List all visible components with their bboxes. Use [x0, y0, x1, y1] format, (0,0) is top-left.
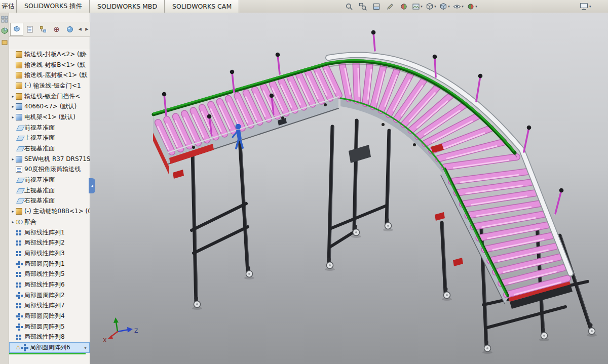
tree-item-label: 上视基准面 [24, 186, 55, 195]
zoom-area-icon [359, 3, 367, 11]
displaymanager-icon [66, 25, 74, 33]
tree-item[interactable]: 局部线性阵列8 [9, 332, 90, 343]
tree-item-label: 输送线-底封板<1> (默 [24, 71, 88, 79]
panel-tabs-prev-button[interactable]: ◀ [77, 24, 84, 35]
tree-item-label: (-) 输送线-钣金门<1 [24, 82, 81, 90]
tree-item[interactable]: 前视基准面 [9, 175, 90, 185]
tree-item-label: 局部圆周阵列5 [24, 322, 65, 331]
part-icon [16, 51, 22, 58]
tree-item[interactable]: 局部线性阵列1 [9, 227, 90, 238]
dropdown-caret-icon: ▾ [589, 5, 591, 8]
tree-item-label: 局部圆周阵列6 [30, 343, 70, 352]
expand-arrow-icon[interactable]: ▸ [10, 94, 16, 99]
tree-item[interactable]: 局部圆周阵列2 [9, 290, 90, 301]
expand-arrow-icon[interactable]: ▸ [10, 220, 16, 224]
tree-item-label: 右视基准面 [24, 144, 55, 153]
part-icon [16, 72, 22, 78]
plane-icon [16, 145, 22, 152]
tree-item[interactable]: 90度拐角滚筒输送线 [9, 165, 90, 175]
assembly-cube-icon[interactable] [1, 27, 8, 34]
part2-icon [16, 103, 22, 110]
tree-item-label: 90度拐角滚筒输送线 [24, 165, 81, 174]
tab-label: 评估 [2, 2, 15, 11]
tab-solidworks-addins[interactable]: SOLIDWORKS 插件 [17, 0, 90, 13]
tree-item[interactable]: ▸(-) 主动链轮08B<1> (0 [9, 206, 90, 217]
edit-appearance-button[interactable]: ▾ [466, 1, 478, 12]
tree-item[interactable]: ▸输送线-钣金门挡件< [9, 91, 90, 102]
tree-item[interactable]: 右视基准面 [9, 143, 90, 154]
dropdown-caret-icon: ▾ [434, 5, 436, 8]
configurationmanager-tab[interactable] [36, 23, 50, 36]
tree-item[interactable]: 上视基准面 [9, 185, 90, 196]
tree-item[interactable]: 右视基准面 [9, 196, 90, 207]
zoom-area-button[interactable] [356, 1, 369, 12]
tree-item[interactable]: 输送线-封板B<1> (默 [9, 60, 90, 70]
panel-tabs-next-button[interactable]: ▶ [83, 24, 90, 35]
command-grid-icon[interactable] [1, 16, 8, 23]
tab-evaluate[interactable]: 评估 [0, 0, 17, 13]
configurationmanager-icon [39, 25, 47, 33]
tree-item[interactable]: 输送线-封板A<2> (默 [9, 49, 90, 60]
part-block-icon[interactable] [1, 39, 8, 46]
tree-item-label: 40660<7> (默认) [24, 102, 77, 111]
tree-item[interactable]: (-) 输送线-钣金门<1 [9, 80, 90, 91]
display-style-button[interactable]: ▾ [438, 1, 451, 12]
tab-solidworks-mbd[interactable]: SOLIDWORKS MBD [90, 0, 165, 13]
part2-icon [16, 156, 22, 163]
graphics-viewport[interactable]: ZX [90, 13, 608, 364]
propertymanager-tab[interactable] [23, 23, 36, 36]
expand-arrow-icon[interactable]: ▸ [10, 157, 16, 161]
section-view-button[interactable] [370, 1, 383, 12]
displaymanager-tab[interactable] [63, 23, 77, 36]
dimxpertmanager-tab[interactable]: ⊕ [50, 23, 63, 36]
expand-arrow-icon[interactable]: ▸ [10, 115, 16, 119]
tree-item[interactable]: 局部线性阵列7 [9, 301, 90, 311]
plane-icon [16, 125, 22, 131]
tree-item[interactable]: ▸电机架<1> (默认) [9, 112, 90, 123]
tree-item[interactable]: 局部圆周阵列5 [9, 321, 90, 332]
expand-arrow-icon[interactable]: ▸ [10, 104, 16, 109]
tree-item[interactable]: ⚠局部圆周阵列6 [9, 342, 90, 353]
tree-item[interactable]: 局部线性阵列2 [9, 237, 90, 248]
tree-item[interactable]: ▸配合 [9, 217, 90, 227]
scene-icon [412, 3, 420, 11]
appearance-button[interactable] [397, 1, 410, 12]
tree-item[interactable]: 输送线-底封板<1> (默 [9, 70, 90, 80]
tree-scroll-down-button[interactable]: ▼ [82, 345, 89, 351]
tree-item-label: 输送线-封板B<1> (默 [24, 61, 86, 69]
featuremanager-tab[interactable] [10, 23, 23, 36]
display-settings-button[interactable]: ▾ [577, 1, 594, 12]
tree-item[interactable]: 前视基准面 [9, 123, 90, 133]
dropdown-caret-icon: ▾ [448, 5, 450, 8]
expand-arrow-icon[interactable]: ▸ [10, 209, 16, 214]
part2-icon [16, 114, 22, 120]
tab-solidworks-cam[interactable]: SOLIDWORKS CAM [165, 0, 239, 13]
tree-item[interactable]: 局部圆周阵列1 [9, 259, 90, 269]
tree-item[interactable]: ▸40660<7> (默认) [9, 101, 90, 112]
dropdown-caret-icon: ▾ [475, 5, 477, 8]
part-icon [16, 83, 22, 89]
linpat-icon [16, 334, 22, 340]
panel-tab-bar: ⊕ ◀ ▶ [9, 22, 90, 37]
view-orientation-button[interactable]: ▾ [425, 1, 437, 12]
zoom-fit-icon [345, 3, 353, 11]
tree-scroll-up-button[interactable]: ▲ [82, 50, 89, 57]
heads-up-view-toolbar: ▾ ▾ ▾ ▾ ▾ [343, 1, 478, 12]
tree-item[interactable]: 局部线性阵列3 [9, 248, 90, 259]
tree-item[interactable]: ▸SEW电机 R37 DRS71S [9, 154, 90, 165]
zoom-fit-button[interactable] [343, 1, 355, 12]
tab-label: SOLIDWORKS 插件 [24, 2, 82, 11]
tree-item[interactable]: 局部圆周阵列4 [9, 311, 90, 321]
panel-collapse-tab[interactable]: ◂ [89, 178, 95, 193]
tree-item[interactable]: 局部线性阵列5 [9, 269, 90, 279]
scene-button[interactable]: ▾ [411, 1, 424, 12]
tree-item[interactable]: 上视基准面 [9, 133, 90, 144]
cirpat-icon [16, 261, 22, 267]
tree-item-label: (-) 主动链轮08B<1> (0 [24, 207, 90, 216]
annotation-button[interactable] [384, 1, 396, 12]
warning-icon: ⚠ [16, 345, 21, 350]
hide-show-items-button[interactable]: ▾ [452, 1, 465, 12]
collapse-arrow-ic: ◂ [91, 183, 93, 188]
tree-item[interactable]: 局部线性阵列6 [9, 279, 90, 290]
tree-item-label: 输送线-钣金门挡件< [24, 92, 80, 101]
